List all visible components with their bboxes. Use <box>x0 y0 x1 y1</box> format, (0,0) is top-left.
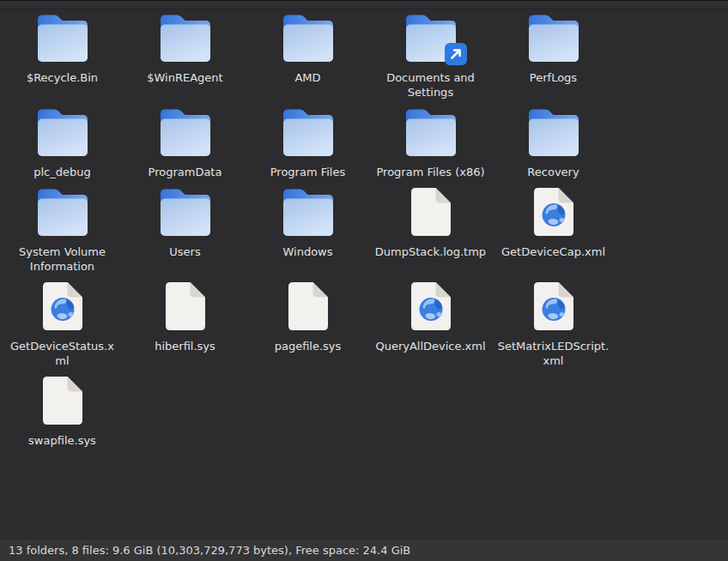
file-item-icon <box>283 17 333 65</box>
file-item-label: Documents and Settings <box>375 70 487 100</box>
xml-file-icon <box>534 188 573 239</box>
file-item-folder[interactable]: Program Files <box>246 112 369 191</box>
file-item-folder[interactable]: AMD <box>246 17 369 112</box>
file-item-folder[interactable]: Program Files (x86) <box>369 112 492 191</box>
file-item-label: pagefile.sys <box>275 339 342 353</box>
file-item-icon <box>406 112 456 160</box>
file-item-folder[interactable]: $Recycle.Bin <box>1 17 124 112</box>
file-item-icon <box>534 286 573 334</box>
file-item-label: hiberfil.sys <box>155 339 215 353</box>
file-item-folder[interactable]: System Volume Information <box>1 191 124 286</box>
file-item-icon <box>38 112 88 160</box>
folder-icon <box>283 108 333 160</box>
file-item-xml[interactable]: SetMatrixLEDScript.xml <box>492 286 615 380</box>
file-item-icon <box>43 380 82 428</box>
file-item-label: swapfile.sys <box>28 433 96 448</box>
file-item-label: Program Files <box>270 165 346 179</box>
folder-icon <box>406 108 456 160</box>
file-item-icon <box>411 191 451 239</box>
folder-icon <box>38 108 88 160</box>
xml-file-icon <box>534 282 573 334</box>
file-item-folder[interactable]: ProgramData <box>124 112 246 191</box>
file-icon <box>411 188 451 239</box>
status-bar: 13 folders, 8 files: 9.6 GiB (10,303,729… <box>0 539 728 561</box>
window-top-strip <box>0 0 728 9</box>
file-item-icon <box>161 191 210 239</box>
file-item-folder[interactable]: PerfLogs <box>492 17 615 112</box>
file-icon <box>288 282 328 334</box>
file-item-xml[interactable]: GetDeviceCap.xml <box>492 191 615 286</box>
file-item-icon <box>43 286 82 334</box>
file-item-icon <box>529 112 579 160</box>
file-icon <box>43 377 82 428</box>
file-item-file[interactable]: swapfile.sys <box>1 380 124 460</box>
file-item-label: SetMatrixLEDScript.xml <box>498 339 610 368</box>
file-item-folder[interactable]: Recovery <box>492 112 615 191</box>
file-item-xml[interactable]: QueryAllDevice.xml <box>369 286 492 380</box>
file-item-icon <box>283 112 333 160</box>
file-grid: $Recycle.Bin $WinREAgent <box>0 9 728 539</box>
file-item-label: AMD <box>294 70 320 85</box>
file-item-file[interactable]: pagefile.sys <box>246 286 369 380</box>
file-item-label: DumpStack.log.tmp <box>375 244 486 259</box>
file-item-file[interactable]: hiberfil.sys <box>124 286 246 380</box>
file-item-icon <box>38 17 88 65</box>
file-item-label: $Recycle.Bin <box>27 70 98 85</box>
folder-icon <box>38 14 88 65</box>
file-item-label: GetDeviceCap.xml <box>501 244 605 259</box>
file-item-icon <box>288 286 328 334</box>
globe-icon <box>51 298 74 321</box>
file-item-label: System Volume Information <box>7 244 118 274</box>
file-item-label: Program Files (x86) <box>376 165 484 179</box>
folder-icon <box>283 14 333 65</box>
file-item-icon <box>411 286 451 334</box>
folder-icon <box>529 108 579 160</box>
globe-icon <box>419 298 442 321</box>
status-bar-text: 13 folders, 8 files: 9.6 GiB (10,303,729… <box>9 544 410 557</box>
folder-symlink-icon <box>406 14 456 65</box>
file-item-label: Users <box>169 244 200 259</box>
folder-icon <box>161 188 210 239</box>
file-item-label: ProgramData <box>149 165 222 179</box>
file-item-icon <box>38 191 88 239</box>
file-item-icon <box>406 17 456 65</box>
file-item-label: Recovery <box>527 165 579 179</box>
folder-icon <box>161 108 210 160</box>
file-item-label: plc_debug <box>33 165 91 179</box>
file-item-icon <box>534 191 573 239</box>
file-item-label: PerfLogs <box>530 70 577 85</box>
file-item-label: $WinREAgent <box>147 70 222 85</box>
file-item-folder[interactable]: Users <box>124 191 246 286</box>
folder-icon <box>529 14 579 65</box>
file-item-label: GetDeviceStatus.xml <box>7 339 118 368</box>
file-item-icon <box>161 112 210 160</box>
folder-icon <box>38 188 88 239</box>
file-item-file[interactable]: DumpStack.log.tmp <box>369 191 492 286</box>
file-item-folder[interactable]: plc_debug <box>1 112 124 191</box>
xml-file-icon <box>43 282 82 334</box>
folder-icon <box>283 188 333 239</box>
file-icon <box>166 282 205 334</box>
globe-icon <box>542 298 565 321</box>
file-item-icon <box>529 17 579 65</box>
file-item-label: Windows <box>282 244 332 259</box>
xml-file-icon <box>411 282 451 334</box>
folder-icon <box>161 14 210 65</box>
shortcut-arrow-icon <box>445 43 467 65</box>
file-item-label: QueryAllDevice.xml <box>375 339 485 353</box>
file-item-icon <box>166 286 205 334</box>
file-item-icon <box>161 17 210 65</box>
file-item-folder[interactable]: $WinREAgent <box>124 17 246 112</box>
globe-icon <box>542 203 565 226</box>
file-item-folder[interactable]: Windows <box>246 191 369 286</box>
file-item-xml[interactable]: GetDeviceStatus.xml <box>1 286 124 380</box>
file-item-folder-symlink[interactable]: Documents and Settings <box>369 17 492 112</box>
file-item-icon <box>283 191 333 239</box>
